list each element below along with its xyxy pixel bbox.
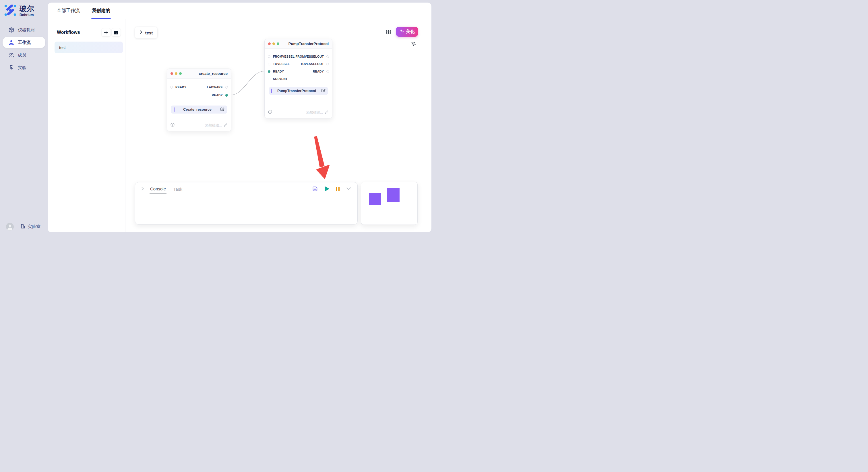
port-dot[interactable] — [268, 63, 270, 65]
workflow-panel-title: Workflows — [57, 30, 80, 35]
output-port[interactable]: LABWARE — [207, 86, 228, 89]
workflow-item-name: test — [59, 45, 66, 50]
sidebar-item-instruments[interactable]: 仪器耗材 — [0, 24, 48, 36]
traffic-light-dots — [268, 42, 279, 45]
sidebar-item-label: 成员 — [18, 53, 26, 58]
chevron-right-icon — [140, 30, 143, 35]
sidebar-item-label: 仪器耗材 — [18, 27, 35, 33]
port-dot[interactable] — [327, 70, 329, 73]
building-icon — [20, 224, 26, 230]
green-dot-icon — [179, 72, 182, 75]
minimap-node — [387, 188, 400, 202]
sidebar-item-label: 实验 — [18, 65, 26, 71]
sidebar-item-label: 工作流 — [18, 40, 31, 45]
yellow-dot-icon — [272, 42, 275, 45]
sidebar-item-workflow[interactable]: 工作流 — [3, 37, 45, 48]
node-create-resource[interactable]: create_resource READY LABWARE — [167, 69, 231, 131]
info-icon[interactable] — [268, 110, 272, 115]
flow-canvas[interactable]: test 美化 — [125, 19, 431, 232]
add-workflow-button[interactable] — [102, 28, 111, 36]
edit-icon[interactable] — [321, 88, 326, 94]
brand-title: 玻尔 — [20, 5, 34, 13]
console-panel: Console Task — [135, 182, 358, 225]
minimap[interactable] — [361, 182, 417, 225]
port-dot[interactable] — [268, 55, 270, 58]
port-dot[interactable] — [170, 86, 173, 89]
workflow-list-panel: Workflows test — [48, 19, 125, 232]
red-dot-icon — [268, 42, 271, 45]
workflow-tabs: 全部工作流 我创建的 — [48, 3, 431, 19]
output-port[interactable]: READY — [212, 94, 228, 97]
node-name-field[interactable]: Create_resource — [171, 105, 227, 113]
sidebar-footer: 实验室 — [0, 221, 48, 232]
node-footer: 添加描述... — [265, 110, 332, 118]
edit-icon[interactable] — [220, 107, 224, 112]
node-pump-transfer-protocol[interactable]: PumpTransferProtocol FROMVESSEL FROMVESS… — [265, 39, 332, 119]
tab-console[interactable]: Console — [150, 183, 166, 194]
node-title: create_resource — [199, 71, 228, 76]
tab-all-workflows[interactable]: 全部工作流 — [57, 8, 80, 19]
port-dot-connected[interactable] — [225, 94, 228, 97]
input-port[interactable]: TOVESSEL — [268, 62, 290, 66]
lab-label: 实验室 — [28, 224, 40, 229]
filter-icon[interactable] — [410, 41, 417, 47]
bohrium-logo-icon — [4, 5, 17, 17]
workflow-list-item[interactable]: test — [55, 42, 123, 53]
brand: 玻尔 Bohrium — [4, 5, 34, 17]
yellow-dot-icon — [175, 72, 177, 75]
beautify-label: 美化 — [406, 29, 415, 34]
ports: READY LABWARE READY — [167, 78, 231, 99]
sidebar-item-experiment[interactable]: 实验 — [0, 62, 48, 73]
info-icon[interactable] — [170, 123, 175, 128]
pencil-icon — [325, 110, 329, 115]
green-dot-icon — [277, 42, 279, 45]
import-folder-button[interactable] — [112, 28, 121, 36]
port-dot-connected[interactable] — [268, 70, 270, 73]
tab-my-created[interactable]: 我创建的 — [92, 8, 110, 19]
traffic-light-dots — [170, 72, 182, 75]
avatar[interactable] — [6, 223, 14, 231]
node-header: create_resource — [167, 69, 231, 78]
beautify-button[interactable]: 美化 — [396, 27, 418, 37]
save-icon[interactable] — [312, 186, 318, 192]
chevron-down-icon[interactable] — [346, 187, 351, 190]
input-port[interactable]: SOLVENT — [268, 77, 288, 80]
run-icon[interactable] — [324, 186, 329, 192]
description-placeholder[interactable]: 添加描述... — [306, 110, 329, 115]
main-panel: 全部工作流 我创建的 Workflows — [48, 3, 431, 232]
port-dot[interactable] — [327, 55, 329, 58]
collapse-left-icon[interactable] — [142, 187, 146, 191]
output-port[interactable]: TOVESSELOUT — [301, 62, 329, 66]
node-name-field[interactable]: PumpTransferProtocol — [269, 87, 328, 95]
breadcrumb-label: test — [145, 30, 153, 35]
node-header: PumpTransferProtocol — [265, 39, 332, 49]
node-title: PumpTransferProtocol — [288, 42, 329, 46]
input-port[interactable]: READY — [170, 86, 186, 89]
minimap-node — [369, 193, 381, 205]
brand-subtitle: Bohrium — [20, 13, 34, 17]
tab-task[interactable]: Task — [173, 183, 183, 194]
sidebar-item-members[interactable]: 成员 — [0, 49, 48, 61]
output-port[interactable]: READY — [313, 70, 329, 73]
ports: FROMVESSEL FROMVESSELOUT TOVESSEL — [265, 49, 332, 82]
experiment-icon — [9, 65, 14, 71]
port-dot[interactable] — [268, 78, 270, 80]
layout-command-icon[interactable] — [385, 29, 392, 35]
bohrium-workflow-app: 玻尔 Bohrium 仪器耗材 — [0, 0, 434, 236]
description-placeholder[interactable]: 添加描述... — [205, 123, 228, 128]
canvas-breadcrumb[interactable]: test — [135, 27, 157, 38]
output-port[interactable]: FROMVESSELOUT — [296, 55, 329, 58]
input-port[interactable]: FROMVESSEL — [268, 55, 294, 58]
sidebar-nav: 仪器耗材 工作流 — [0, 24, 48, 73]
box-icon — [9, 27, 14, 33]
console-header: Console Task — [135, 182, 358, 195]
port-dot[interactable] — [225, 86, 228, 89]
members-icon — [9, 53, 14, 58]
pause-icon[interactable] — [336, 187, 340, 191]
red-dot-icon — [170, 72, 173, 75]
port-dot[interactable] — [327, 63, 329, 65]
lab-switcher[interactable]: 实验室 — [20, 224, 40, 230]
input-port[interactable]: READY — [268, 70, 284, 73]
sidebar: 玻尔 Bohrium 仪器耗材 — [0, 0, 48, 236]
workflow-user-icon — [9, 40, 14, 45]
